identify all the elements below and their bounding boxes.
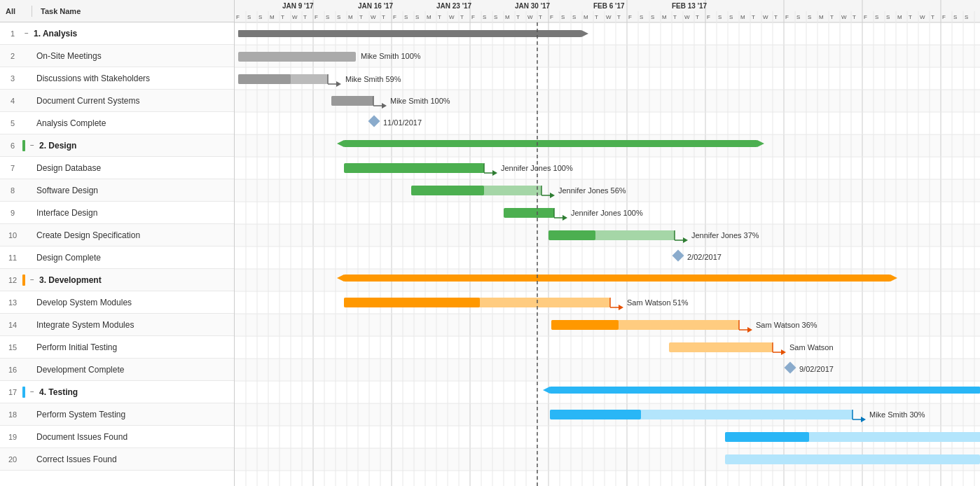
svg-text:T: T — [359, 14, 363, 20]
divider — [32, 6, 32, 17]
task-row: 16 Development Complete — [0, 359, 234, 381]
task-name: Design Complete — [36, 253, 101, 263]
row-num: 19 — [6, 433, 20, 441]
svg-text:T: T — [516, 14, 520, 20]
collapse-icon[interactable]: − — [22, 29, 31, 38]
bar-label-row18: Mike Smith 30% — [869, 410, 925, 419]
bar-label-row8: Jennifer Jones 56% — [558, 186, 626, 195]
svg-text:F: F — [707, 14, 710, 20]
bar-row17-group — [550, 387, 980, 394]
svg-text:S: S — [415, 14, 419, 20]
svg-text:T: T — [595, 14, 598, 20]
svg-text:S: S — [651, 14, 654, 20]
svg-text:S: S — [808, 14, 811, 20]
month-label: JAN 16 '17 — [358, 2, 394, 10]
task-panel: All Task Name 1 − 1. Analysis 2 On-Site … — [0, 0, 235, 486]
bar-row13-progress — [344, 298, 480, 307]
task-row: 10 Create Design Specification — [0, 224, 234, 247]
row-num: 9 — [6, 209, 20, 217]
task-row: 2 On-Site Meetings — [0, 45, 234, 67]
svg-text:F: F — [550, 14, 553, 20]
task-row: 7 Design Database — [0, 157, 234, 179]
row-num: 18 — [6, 410, 20, 419]
bar-label-row13: Sam Watson 51% — [627, 298, 689, 307]
svg-text:T: T — [696, 14, 699, 20]
task-name: Correct Issues Found — [36, 454, 117, 464]
collapse-icon[interactable]: − — [28, 141, 36, 150]
svg-text:M: M — [427, 14, 432, 20]
bar-row2 — [238, 52, 356, 62]
row-num: 7 — [6, 164, 20, 172]
task-row: 9 Interface Design — [0, 202, 234, 224]
collapse-icon[interactable]: − — [28, 388, 36, 396]
month-label: FEB 6 '17 — [593, 2, 625, 10]
task-name: Development Complete — [36, 365, 124, 375]
task-row: 11 Design Complete — [0, 247, 234, 269]
group-task-name: 2. Design — [39, 141, 76, 151]
group-color-bar — [22, 140, 25, 151]
svg-text:S: S — [953, 14, 957, 20]
task-row: 5 Analysis Complete — [0, 112, 234, 134]
row-num: 17 — [6, 388, 20, 396]
row-num: 1 — [6, 29, 20, 38]
svg-text:T: T — [752, 14, 755, 20]
group-task-name: 1. Analysis — [34, 29, 77, 39]
task-name-header: Task Name — [41, 7, 81, 15]
task-name: Software Design — [36, 186, 98, 195]
task-row: 14 Integrate System Modules — [0, 314, 234, 336]
svg-text:T: T — [460, 14, 464, 20]
bar-row10-progress — [548, 230, 595, 240]
task-row: 8 Software Design — [0, 179, 234, 202]
svg-text:T: T — [931, 14, 934, 20]
task-name: Analysis Complete — [36, 118, 106, 128]
bar-row7-bg — [344, 163, 484, 173]
svg-text:M: M — [662, 14, 667, 20]
svg-text:T: T — [774, 14, 778, 20]
task-name: Integrate System Modules — [36, 320, 134, 330]
bar-label-row16: 9/02/2017 — [799, 365, 834, 373]
group-color-bar — [22, 387, 25, 398]
bar-label-row11: 2/02/2017 — [687, 253, 722, 261]
svg-text:S: S — [326, 14, 329, 20]
task-name: On-Site Meetings — [36, 51, 102, 61]
svg-text:F: F — [236, 14, 240, 20]
bar-row14-progress — [551, 320, 619, 330]
task-row: 19 Document Issues Found — [0, 426, 234, 448]
svg-text:S: S — [258, 14, 262, 20]
collapse-icon[interactable]: − — [28, 276, 36, 284]
svg-text:W: W — [449, 14, 455, 20]
svg-text:W: W — [684, 14, 690, 20]
row-num: 3 — [6, 74, 20, 83]
svg-text:S: S — [640, 14, 643, 20]
svg-text:F: F — [628, 14, 632, 20]
svg-text:S: S — [494, 14, 497, 20]
bar-label-row4: Mike Smith 100% — [390, 97, 450, 105]
svg-text:F: F — [864, 14, 867, 20]
svg-text:W: W — [606, 14, 612, 20]
bar-row12-group — [344, 275, 890, 282]
svg-text:M: M — [740, 14, 745, 20]
task-row: 12 − 3. Development — [0, 269, 234, 291]
svg-text:M: M — [505, 14, 510, 20]
svg-text:T: T — [830, 14, 834, 20]
svg-text:F: F — [785, 14, 789, 20]
svg-text:W: W — [527, 14, 533, 20]
svg-text:S: S — [247, 14, 251, 20]
task-name: Document Issues Found — [36, 432, 127, 442]
bar-row4-progress — [331, 96, 373, 106]
task-row: 20 Correct Issues Found — [0, 448, 234, 471]
svg-text:F: F — [471, 14, 475, 20]
svg-text:T: T — [673, 14, 677, 20]
row-num: 6 — [6, 141, 20, 150]
bar-label-row9: Jennifer Jones 100% — [571, 209, 643, 217]
svg-text:W: W — [763, 14, 768, 20]
svg-text:W: W — [371, 14, 376, 20]
task-row: 6 − 2. Design — [0, 134, 234, 157]
bar-row19-progress — [725, 432, 809, 442]
svg-text:S: S — [404, 14, 408, 20]
task-name: Create Design Specification — [36, 230, 140, 240]
row-num: 8 — [6, 186, 20, 195]
bar-row1-group — [238, 30, 581, 37]
svg-text:S: S — [886, 14, 890, 20]
bar-label-row14: Sam Watson 36% — [756, 321, 817, 329]
